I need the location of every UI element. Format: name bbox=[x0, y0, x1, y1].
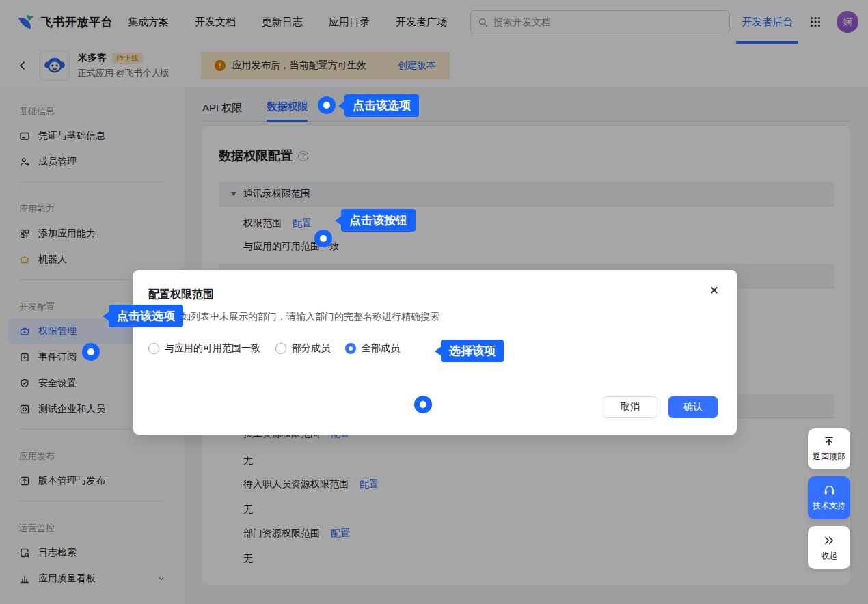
back-to-top-label: 返回顶部 bbox=[813, 451, 845, 463]
radio-icon[interactable] bbox=[275, 343, 286, 354]
collapse-icon bbox=[823, 534, 835, 547]
annotation-dot-tab bbox=[318, 96, 336, 114]
collapse-label: 收起 bbox=[821, 550, 837, 562]
radio-option-app-scope[interactable]: 与应用的可用范围一致 bbox=[148, 342, 260, 355]
annotation-dot-modal bbox=[414, 396, 432, 413]
tech-support-button[interactable]: 技术支持 bbox=[808, 476, 850, 519]
back-to-top-button[interactable]: 返回顶部 bbox=[808, 428, 850, 469]
radio-option-all-members[interactable]: 全部成员 bbox=[345, 342, 400, 355]
modal-footer: 取消 确认 bbox=[603, 396, 718, 418]
tech-support-label: 技术支持 bbox=[813, 500, 845, 512]
page: 飞书开放平台 集成方案 开发文档 更新日志 应用目录 开发者广场 开发者后台 bbox=[0, 0, 868, 604]
annotation-callout-sidebar: 点击该选项 bbox=[109, 305, 183, 327]
modal-title: 配置权限范围 bbox=[148, 288, 722, 302]
annotation-callout-modal: 选择该项 bbox=[441, 340, 504, 362]
cancel-button[interactable]: 取消 bbox=[603, 396, 657, 418]
radio-label: 部分成员 bbox=[292, 342, 330, 355]
radio-checked-icon[interactable] bbox=[345, 343, 356, 354]
modal-subtitle: 如列表中未展示的部门，请输入部门的完整名称进行精确搜索 bbox=[148, 311, 722, 323]
annotation-dot-config bbox=[314, 230, 332, 247]
annotation-callout-config: 点击该按钮 bbox=[341, 209, 416, 232]
radio-option-partial-members[interactable]: 部分成员 bbox=[275, 342, 330, 355]
floating-buttons: 返回顶部 技术支持 收起 bbox=[808, 428, 850, 569]
radio-label: 全部成员 bbox=[362, 342, 400, 355]
radio-label: 与应用的可用范围一致 bbox=[165, 342, 260, 355]
annotation-dot-sidebar bbox=[82, 343, 100, 361]
close-icon[interactable]: ✕ bbox=[709, 285, 719, 297]
radio-icon[interactable] bbox=[148, 343, 159, 354]
headset-icon bbox=[823, 484, 836, 497]
confirm-button[interactable]: 确认 bbox=[668, 396, 718, 418]
back-to-top-icon bbox=[823, 435, 835, 448]
collapse-button[interactable]: 收起 bbox=[808, 526, 850, 569]
annotation-callout-tab: 点击该选项 bbox=[344, 94, 419, 117]
